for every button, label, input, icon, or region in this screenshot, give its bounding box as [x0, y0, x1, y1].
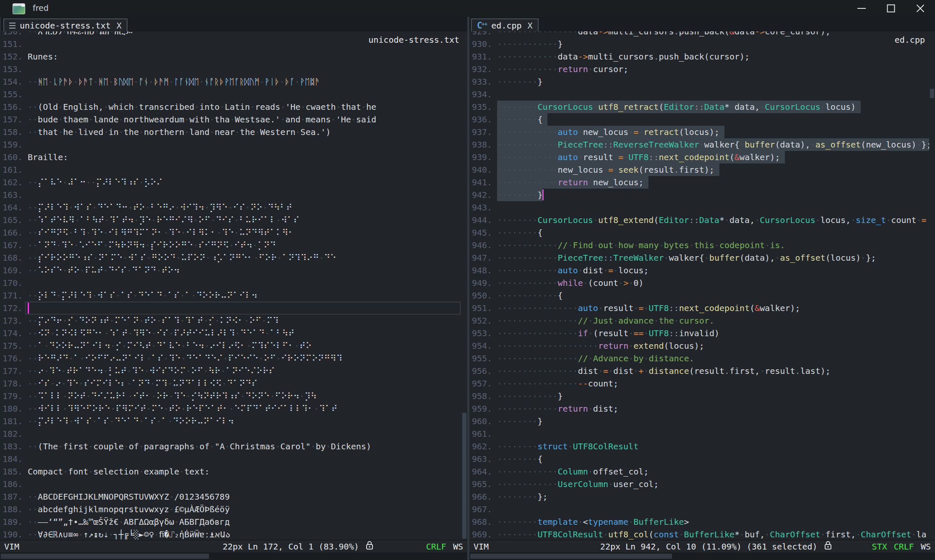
tab-close-icon[interactable]: X: [117, 21, 122, 31]
code-line[interactable]: 946.············//·Find·out·how·many·byt…: [469, 239, 929, 251]
code-line[interactable]: 930.············}: [469, 38, 929, 50]
code-line[interactable]: 157.··bude·thaem·lande·northweardum·with…: [0, 113, 461, 126]
tab-ed-cpp[interactable]: C++ ed.cpp X: [471, 18, 539, 32]
code-line[interactable]: 950.············{: [469, 289, 929, 302]
code-line[interactable]: 941.············return·new_locus;: [469, 176, 929, 189]
code-line[interactable]: 170.: [0, 277, 461, 289]
code-line[interactable]: 956.················dist·=·dist·+·distan…: [469, 365, 929, 377]
code-line[interactable]: 184.: [0, 453, 461, 465]
code-line[interactable]: 931.············data->multi_cursors.push…: [469, 50, 929, 63]
code-line[interactable]: 183.··(The·first·couple·of·paragraphs·of…: [0, 440, 461, 453]
code-line[interactable]: 954.····················return·extend(lo…: [469, 340, 929, 352]
code-line[interactable]: 174.··⠪⠝·⠅⠝⠪⠇⠫⠛⠑⠂·⠱⠁⠞·⠹⠻⠑·⠊⠎·⠏⠜⠞⠊⠊⠥⠇⠜⠇⠹·…: [0, 327, 461, 340]
horizontal-scrollbar[interactable]: [0, 552, 467, 560]
code-line[interactable]: 957.················--count;: [469, 377, 929, 390]
code-line[interactable]: 167.··⠁⠝⠙·⠹⠑·⠡⠊⠑⠋·⠍⠳⠗⠝⠻⠲·⡎⠊⠗⠕⠕⠛⠑·⠎⠊⠛⠝⠫·⠊…: [0, 239, 461, 251]
code-line[interactable]: 168.··⡎⠊⠗⠕⠕⠛⠑⠰⠎·⠝⠁⠍⠑·⠺⠁⠎·⠛⠕⠕⠙·⠥⠏⠕⠝·⠰⡡⠁⠝⠛…: [0, 251, 461, 264]
code-line[interactable]: 188.··abcdefghijklmnopqrstuvwxyz·£©µÀÆÖÞ…: [0, 503, 461, 516]
code-line[interactable]: 166.··⠎⠊⠛⠝⠫·⠃⠹·⠹⠑·⠊⠇⠻⠛⠹⠍⠁⠝⠂·⠹⠑·⠊⠇⠻⠅⠂·⠹⠑·…: [0, 226, 461, 239]
lock-icon[interactable]: [824, 540, 832, 552]
code-line[interactable]: 961.: [469, 428, 929, 440]
tab-unicode-stress[interactable]: unicode-stress.txt X: [3, 18, 128, 32]
status-indicator-ws[interactable]: WS: [453, 542, 463, 552]
code-line[interactable]: 935.········CursorLocus·utf8_retract(Edi…: [469, 101, 929, 113]
code-line[interactable]: 949.············while·(count·>·0): [469, 277, 929, 289]
code-line[interactable]: 175.··⠁·⠙⠕⠕⠗⠤⠝⠁⠊⠇⠲·⡊·⠍⠊⠣⠞·⠙⠁⠧⠑·⠃⠑⠲·⠔⠊⠇⠔⠫…: [0, 340, 461, 352]
code-line[interactable]: 155.: [0, 88, 461, 101]
code-line[interactable]: 159.: [0, 138, 461, 151]
code-line[interactable]: 936.········{: [469, 113, 929, 126]
lock-icon[interactable]: [366, 540, 373, 552]
code-line[interactable]: 154.··ᚻᛖ·ᚳᚹᚫᚦ·ᚦᚫᛏ·ᚻᛖ·ᛒᚢᛞᛖ·ᚩᚾ·ᚦᚫᛗ·ᛚᚪᚾᛞᛖ·ᚾ…: [0, 75, 461, 88]
code-line[interactable]: 162.··⡌⠁⠧⠑·⠼⠁⠒··⡍⠜⠇⠑⠹⠰⠎·⡣⠕⠌: [0, 176, 461, 189]
editor-ed-cpp[interactable]: 929.················data->multi_cursors.…: [469, 31, 929, 540]
code-line[interactable]: 189.··–—‘“”„†•…‰™œŠŸž€·ΑΒΓΔΩαβγδω·АБВГДа…: [0, 516, 461, 528]
code-line[interactable]: 934.: [469, 88, 929, 101]
code-line[interactable]: 186.: [0, 478, 461, 490]
code-line[interactable]: 161.: [0, 163, 461, 176]
code-line[interactable]: 942.········}: [469, 189, 929, 201]
code-line[interactable]: 177.··⠔·⠹⠑·⠞⠗⠁⠙⠑⠲·⡃⠥⠞·⠹⠑·⠺⠊⠎⠙⠕⠍·⠕⠋·⠳⠗·⠁⠝…: [0, 365, 461, 377]
code-line[interactable]: 962.········struct·UTF8ColResult: [469, 440, 929, 453]
code-line[interactable]: 173.··⡍⠔⠙⠖·⡊·⠙⠕⠝⠰⠞·⠍⠑⠁⠝·⠞⠕·⠎⠁⠹·⠹⠁⠞·⡊·⠅⠝⠪…: [0, 314, 461, 327]
code-line[interactable]: 958.············}: [469, 390, 929, 402]
code-line[interactable]: 932.············return·cursor;: [469, 63, 929, 75]
vertical-scrollbar[interactable]: [929, 31, 935, 540]
code-line[interactable]: 940.············new_locus·=·seek(result.…: [469, 163, 929, 176]
code-line[interactable]: 952.················//·Just·advance·the·…: [469, 314, 929, 327]
horizontal-scrollbar-thumb[interactable]: [1, 554, 209, 559]
code-line[interactable]: 181.··⡍⠜⠇⠑⠹·⠺⠁⠎·⠁⠎·⠙⠑⠁⠙·⠁⠎·⠁·⠙⠕⠕⠗⠤⠝⠁⠊⠇⠲: [0, 415, 461, 428]
code-line[interactable]: 951.················auto·result·=·UTF8::…: [469, 302, 929, 314]
horizontal-scrollbar-thumb[interactable]: [470, 554, 672, 559]
status-indicator-crlf[interactable]: CRLF: [426, 542, 446, 552]
code-line[interactable]: 185.Compact·font·selection·example·text:: [0, 465, 461, 478]
code-line[interactable]: 172.: [0, 302, 461, 314]
code-line[interactable]: 156.··(Old·English,·which·transcribed·in…: [0, 101, 461, 113]
code-line[interactable]: 163.: [0, 189, 461, 201]
code-line[interactable]: 948.············auto·dist·=·locus;: [469, 264, 929, 277]
code-line[interactable]: 953.················if·(result·==·UTF8::…: [469, 327, 929, 340]
code-line[interactable]: 960.········}: [469, 415, 929, 428]
code-line[interactable]: 176.··⠗⠑⠛⠜⠙·⠁·⠊⠕⠋⠋⠔⠤⠝⠁⠊⠇·⠁⠎·⠹⠑·⠙⠑⠁⠙⠑⠌·⠏⠊…: [0, 352, 461, 365]
code-line[interactable]: 165.··⠱⠁⠞⠑⠧⠻·⠁⠃⠳⠞·⠹⠁⠞⠲·⡹⠑·⠗⠑⠛⠊⠌⠻·⠕⠋·⠙⠊⠎·…: [0, 214, 461, 226]
code-line[interactable]: 945.········{: [469, 226, 929, 239]
code-line[interactable]: 158.··that·he·lived·in·the·northern·land…: [0, 126, 461, 138]
code-line[interactable]: 947.············PieceTree::TreeWalker·wa…: [469, 251, 929, 264]
code-line[interactable]: 938.············PieceTree::ReverseTreeWa…: [469, 138, 929, 151]
code-line[interactable]: 967.: [469, 503, 929, 516]
code-line[interactable]: 153.: [0, 63, 461, 75]
tab-close-icon[interactable]: X: [528, 21, 533, 31]
code-line[interactable]: 164.··⡍⠜⠇⠑⠹·⠺⠁⠎·⠙⠑⠁⠙⠒·⠞⠕·⠃⠑⠛⠔·⠺⠊⠹⠲·⡹⠻⠑·⠊…: [0, 201, 461, 214]
code-line[interactable]: 966.········};: [469, 490, 929, 503]
code-line[interactable]: 959.············return·dist;: [469, 402, 929, 415]
code-line[interactable]: 171.··⡕⠇⠙·⡍⠜⠇⠑⠹·⠺⠁⠎·⠁⠎·⠙⠑⠁⠙·⠁⠎·⠁·⠙⠕⠕⠗⠤⠝⠁…: [0, 289, 461, 302]
code-line[interactable]: 178.··⠊⠎·⠔·⠹⠑·⠎⠊⠍⠊⠇⠑⠆·⠁⠝⠙·⠍⠹·⠥⠝⠙⠁⠇⠇⠪⠫·⠙⠁…: [0, 377, 461, 390]
code-line[interactable]: 190.··∀∂∈ℝ∧∪≡∞·↑↗↨↻⇣·┐┼╔╘░►☺♀·ﬁ�⑀₂ἠḂӥẄɐː…: [0, 528, 461, 540]
code-line[interactable]: 180.··⠺⠊⠇⠇·⠹⠻⠑⠋⠕⠗⠑·⠏⠻⠍⠊⠞·⠍⠑·⠞⠕·⠗⠑⠏⠑⠁⠞⠂·⠑…: [0, 402, 461, 415]
vertical-scrollbar-thumb[interactable]: [930, 89, 934, 98]
code-line[interactable]: 964.············Column·offset_col;: [469, 465, 929, 478]
code-line[interactable]: 943.: [469, 201, 929, 214]
code-line[interactable]: 182.: [0, 428, 461, 440]
status-indicator-stx[interactable]: STX: [872, 542, 887, 552]
code-line[interactable]: 955.················//·Advance·by·distan…: [469, 352, 929, 365]
code-line[interactable]: 939.············auto·result·=·UTF8::next…: [469, 151, 929, 163]
code-line[interactable]: 969.········UTF8ColResult·utf8_col(const…: [469, 528, 929, 540]
code-line[interactable]: 963.········{: [469, 453, 929, 465]
code-line[interactable]: 937.············auto·new_locus·=·retract…: [469, 126, 929, 138]
editor-unicode-stress[interactable]: 150.··እግርህን·በፍራሽህ·ልክ·ዘርጋ።151.152.Runes:1…: [0, 31, 461, 540]
code-line[interactable]: 160.Braille:: [0, 151, 461, 163]
code-line[interactable]: 169.··⠡⠕⠎⠑·⠞⠕·⠏⠥⠞·⠙⠊⠎·⠙⠁⠝⠙·⠞⠕⠲: [0, 264, 461, 277]
status-indicator-crlf[interactable]: CRLF: [894, 542, 914, 552]
code-line[interactable]: 152.Runes:: [0, 50, 461, 63]
vertical-scrollbar[interactable]: [461, 31, 467, 540]
code-line[interactable]: 179.··⠩⠁⠇⠇·⠝⠕⠞·⠙⠊⠌⠥⠗⠃·⠊⠞⠂·⠕⠗·⠹⠑·⡊⠳⠝⠞⠗⠹⠰⠎…: [0, 390, 461, 402]
code-line[interactable]: 187.··ABCDEFGHIJKLMNOPQRSTUVWXYZ·/012345…: [0, 490, 461, 503]
vertical-scrollbar-thumb[interactable]: [462, 413, 466, 539]
code-line[interactable]: 968.········template·<typename·BufferLik…: [469, 516, 929, 528]
code-line[interactable]: 933.········}: [469, 75, 929, 88]
horizontal-scrollbar[interactable]: [469, 552, 935, 560]
status-indicator-ws[interactable]: WS: [921, 542, 931, 552]
code-line[interactable]: 944.········CursorLocus·utf8_extend(Edit…: [469, 214, 929, 226]
code-line[interactable]: 965.············UserColumn·user_col;: [469, 478, 929, 490]
